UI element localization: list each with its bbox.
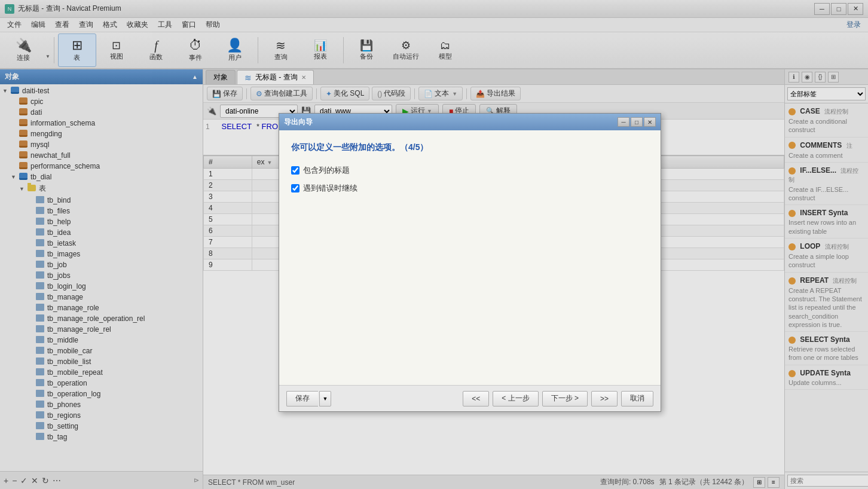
dialog-footer-right: << < 上一步 下一步 > >> 取消 [463, 391, 653, 407]
dialog-title-controls: ─ □ ✕ [618, 117, 656, 127]
dialog-step-title: 你可以定义一些附加的选项。（4/5） [291, 142, 649, 153]
include-header-label: 包含列的标题 [303, 165, 350, 176]
dialog-save-arrow-button[interactable]: ▼ [319, 391, 331, 407]
dialog-last-button[interactable]: >> [591, 391, 618, 407]
dialog-footer: 保存 ▼ << < 上一步 下一步 > >> 取消 [279, 385, 661, 411]
continue-on-error-label: 遇到错误时继续 [303, 183, 357, 194]
dialog-overlay: 导出向导 ─ □ ✕ 你可以定义一些附加的选项。（4/5） 包含列的标题 遇到错… [0, 0, 868, 489]
dialog-checkbox-row-1: 包含列的标题 [291, 165, 649, 176]
continue-on-error-checkbox[interactable] [291, 184, 299, 192]
dialog-body: 你可以定义一些附加的选项。（4/5） 包含列的标题 遇到错误时继续 [279, 130, 661, 385]
dialog-next-button[interactable]: 下一步 > [542, 391, 588, 407]
include-header-checkbox[interactable] [291, 166, 299, 175]
dialog-footer-left: 保存 ▼ [286, 391, 331, 407]
dialog-first-button[interactable]: << [463, 391, 489, 407]
dialog-title-text: 导出向导 [284, 117, 313, 127]
dialog-checkbox-row-2: 遇到错误时继续 [291, 183, 649, 194]
dialog-title-bar: 导出向导 ─ □ ✕ [279, 114, 661, 130]
dialog-minimize-button[interactable]: ─ [618, 117, 629, 127]
dialog-cancel-button[interactable]: 取消 [621, 391, 653, 407]
dialog-prev-button[interactable]: < 上一步 [493, 391, 538, 407]
export-wizard-dialog: 导出向导 ─ □ ✕ 你可以定义一些附加的选项。（4/5） 包含列的标题 遇到错… [279, 113, 661, 412]
dialog-maximize-button[interactable]: □ [631, 117, 643, 127]
dialog-close-button[interactable]: ✕ [644, 117, 656, 127]
dialog-save-button[interactable]: 保存 [286, 391, 318, 407]
